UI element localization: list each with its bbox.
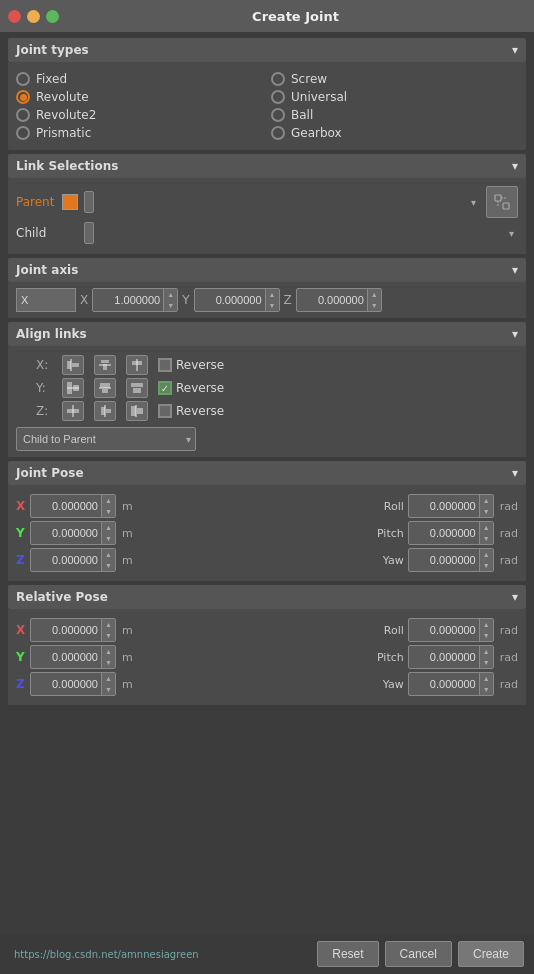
link-icon-button[interactable]: [486, 186, 518, 218]
radio-ball-label: Ball: [291, 108, 313, 122]
align-z-icon-1: [66, 404, 80, 418]
x-spin-up[interactable]: ▲: [163, 289, 177, 300]
child-parent-select[interactable]: Child to Parent: [16, 427, 196, 451]
radio-revolute[interactable]: Revolute: [16, 90, 263, 104]
joint-pose-x-up[interactable]: ▲: [101, 495, 115, 506]
axis-select[interactable]: X Y Z: [16, 288, 76, 312]
y-spin-up[interactable]: ▲: [265, 289, 279, 300]
joint-pose-roll-up[interactable]: ▲: [479, 495, 493, 506]
joint-pose-z-field[interactable]: [31, 554, 101, 566]
z-spin-up[interactable]: ▲: [367, 289, 381, 300]
rel-pose-roll-down[interactable]: ▼: [479, 630, 493, 641]
close-button[interactable]: [8, 10, 21, 23]
minimize-button[interactable]: [27, 10, 40, 23]
joint-pose-yaw-down[interactable]: ▼: [479, 560, 493, 571]
svg-rect-1: [503, 203, 509, 209]
joint-pose-pitch-down[interactable]: ▼: [479, 533, 493, 544]
joint-pose-yaw-up[interactable]: ▲: [479, 549, 493, 560]
rel-pose-pitch-spinbtns: ▲ ▼: [479, 646, 493, 668]
cancel-button[interactable]: Cancel: [385, 941, 452, 967]
rel-pose-yaw-down[interactable]: ▼: [479, 684, 493, 695]
joint-pose-x-row: X ▲ ▼ m Roll ▲ ▼: [16, 494, 518, 518]
rel-pose-x-up[interactable]: ▲: [101, 619, 115, 630]
rel-pose-z-field[interactable]: [31, 678, 101, 690]
radio-gearbox[interactable]: Gearbox: [271, 126, 518, 140]
radio-screw[interactable]: Screw: [271, 72, 518, 86]
rel-pose-x-down[interactable]: ▼: [101, 630, 115, 641]
svg-rect-16: [102, 389, 108, 393]
radio-prismatic[interactable]: Prismatic: [16, 126, 263, 140]
align-x-reverse-check[interactable]: Reverse: [158, 358, 224, 372]
joint-pose-y-down[interactable]: ▼: [101, 533, 115, 544]
rel-pose-z-up[interactable]: ▲: [101, 673, 115, 684]
align-z-label: Z:: [36, 404, 52, 418]
child-select[interactable]: [84, 222, 94, 244]
y-value-input[interactable]: [195, 294, 265, 306]
svg-rect-15: [100, 383, 110, 388]
rel-pose-pitch-down[interactable]: ▼: [479, 657, 493, 668]
align-z-reverse-check[interactable]: Reverse: [158, 404, 224, 418]
align-z-btn1[interactable]: [62, 401, 84, 421]
x-spin-input: ▲ ▼: [92, 288, 178, 312]
relative-pose-header[interactable]: Relative Pose ▾: [8, 585, 526, 609]
joint-pose-x-field[interactable]: [31, 500, 101, 512]
joint-pose-roll-down[interactable]: ▼: [479, 506, 493, 517]
joint-pose-x-input: ▲ ▼: [30, 494, 116, 518]
align-y-btn1[interactable]: [62, 378, 84, 398]
align-x-btn1[interactable]: [62, 355, 84, 375]
rel-pose-y-up[interactable]: ▲: [101, 646, 115, 657]
rel-pose-y-down[interactable]: ▼: [101, 657, 115, 668]
rel-pose-yaw-up[interactable]: ▲: [479, 673, 493, 684]
rel-pose-roll-field[interactable]: [409, 624, 479, 636]
x-spin-down[interactable]: ▼: [163, 300, 177, 311]
joint-pose-y-up[interactable]: ▲: [101, 522, 115, 533]
z-spin-down[interactable]: ▼: [367, 300, 381, 311]
joint-pose-x-down[interactable]: ▼: [101, 506, 115, 517]
rel-pose-pitch-up[interactable]: ▲: [479, 646, 493, 657]
align-z-btn3[interactable]: [126, 401, 148, 421]
radio-universal[interactable]: Universal: [271, 90, 518, 104]
align-links-header[interactable]: Align links ▾: [8, 322, 526, 346]
y-spin-down[interactable]: ▼: [265, 300, 279, 311]
radio-ball[interactable]: Ball: [271, 108, 518, 122]
parent-select[interactable]: [84, 191, 94, 213]
rel-pose-y-field[interactable]: [31, 651, 101, 663]
svg-rect-26: [137, 408, 143, 414]
z-value-input[interactable]: [297, 294, 367, 306]
joint-pose-y-field[interactable]: [31, 527, 101, 539]
joint-pose-z-up[interactable]: ▲: [101, 549, 115, 560]
rel-pose-y-label: Y: [16, 650, 26, 664]
align-x-btn3[interactable]: [126, 355, 148, 375]
align-y-btn3[interactable]: [126, 378, 148, 398]
joint-pose-roll-field[interactable]: [409, 500, 479, 512]
joint-pose-pitch-up[interactable]: ▲: [479, 522, 493, 533]
rel-pose-pitch-field[interactable]: [409, 651, 479, 663]
rel-pose-x-field[interactable]: [31, 624, 101, 636]
align-z-btn2[interactable]: [94, 401, 116, 421]
joint-pose-yaw-field[interactable]: [409, 554, 479, 566]
svg-rect-19: [133, 388, 141, 393]
reset-button[interactable]: Reset: [317, 941, 378, 967]
radio-fixed[interactable]: Fixed: [16, 72, 263, 86]
rel-pose-z-down[interactable]: ▼: [101, 684, 115, 695]
joint-pose-z-label: Z: [16, 553, 26, 567]
joint-pose-pitch-field[interactable]: [409, 527, 479, 539]
align-y-reverse-check[interactable]: ✓ Reverse: [158, 381, 224, 395]
rel-pose-roll-up[interactable]: ▲: [479, 619, 493, 630]
align-y-btn2[interactable]: [94, 378, 116, 398]
link-selections-header[interactable]: Link Selections ▾: [8, 154, 526, 178]
x-value-input[interactable]: [93, 294, 163, 306]
align-icon-3: [130, 358, 144, 372]
svg-rect-23: [106, 409, 111, 413]
joint-pose-header[interactable]: Joint Pose ▾: [8, 461, 526, 485]
joint-types-header[interactable]: Joint types ▾: [8, 38, 526, 62]
joint-axis-header[interactable]: Joint axis ▾: [8, 258, 526, 282]
joint-pose-z-down[interactable]: ▼: [101, 560, 115, 571]
align-y-checkbox: ✓: [158, 381, 172, 395]
radio-revolute2[interactable]: Revolute2: [16, 108, 263, 122]
rel-pose-z-row: Z ▲ ▼ m Yaw ▲ ▼ r: [16, 672, 518, 696]
align-x-btn2[interactable]: [94, 355, 116, 375]
maximize-button[interactable]: [46, 10, 59, 23]
create-button[interactable]: Create: [458, 941, 524, 967]
rel-pose-yaw-field[interactable]: [409, 678, 479, 690]
